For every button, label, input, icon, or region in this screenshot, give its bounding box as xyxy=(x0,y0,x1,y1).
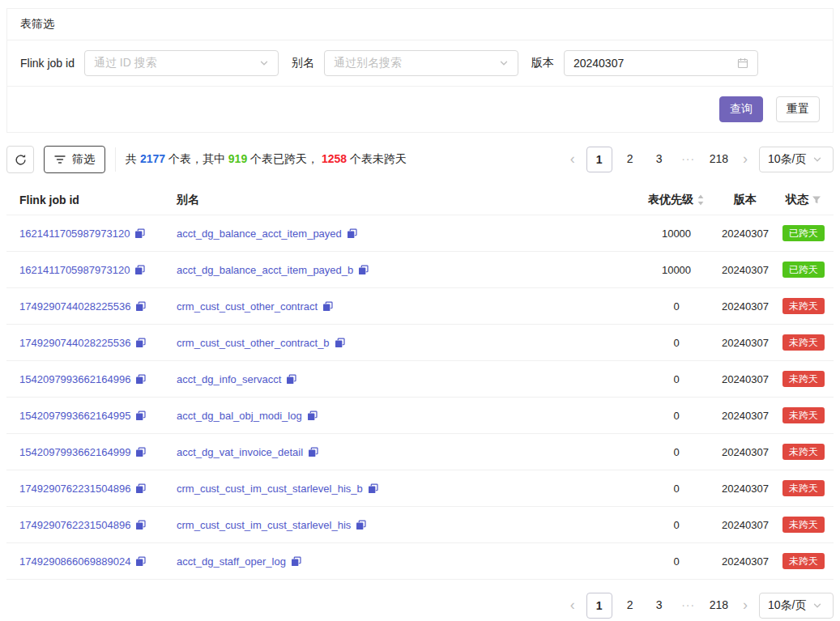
copy-icon[interactable] xyxy=(135,556,146,567)
alias-link[interactable]: crm_cust_cust_other_contract xyxy=(177,300,318,313)
page-button-3[interactable]: 3 xyxy=(648,147,671,172)
status-cell: 未跨天 xyxy=(774,444,834,460)
copy-icon[interactable] xyxy=(286,374,296,385)
alias-link[interactable]: crm_cust_cust_other_contract_b xyxy=(177,337,330,349)
status-badge: 已跨天 xyxy=(782,225,825,241)
copy-icon[interactable] xyxy=(135,374,146,385)
filter-funnel-icon[interactable] xyxy=(812,195,821,205)
copy-icon[interactable] xyxy=(347,228,357,239)
page-ellipsis: ··· xyxy=(677,593,700,619)
priority-value: 0 xyxy=(636,446,717,458)
copy-icon[interactable] xyxy=(308,447,318,457)
alias-select[interactable]: 通过别名搜索 xyxy=(324,50,518,76)
flink-job-id-link[interactable]: 1749290744028225536 xyxy=(19,300,130,313)
status-cell: 未跨天 xyxy=(774,517,834,533)
page-size-select[interactable]: 10条/页 xyxy=(759,147,834,172)
filter-button[interactable]: 筛选 xyxy=(44,146,105,173)
table-row: 1542097993662164996 acct_dg_info_servacc… xyxy=(6,361,834,398)
column-header-status[interactable]: 状态 xyxy=(774,193,834,207)
flink-job-id-link[interactable]: 1542097993662164995 xyxy=(19,410,130,422)
flink-job-id-link[interactable]: 1621411705987973120 xyxy=(19,228,130,240)
copy-icon[interactable] xyxy=(356,520,366,530)
flink-job-id-link[interactable]: 1749290762231504896 xyxy=(19,519,130,531)
status-badge: 未跨天 xyxy=(782,553,825,569)
alias-link[interactable]: acct_dg_balance_acct_item_payed xyxy=(177,228,342,240)
version-value: 20240307 xyxy=(574,57,737,70)
job-id-select[interactable]: 通过 ID 搜索 xyxy=(84,50,279,76)
chevron-down-icon xyxy=(259,58,269,68)
copy-icon[interactable] xyxy=(135,301,146,312)
page-button-2[interactable]: 2 xyxy=(619,147,642,172)
copy-icon[interactable] xyxy=(135,520,146,530)
version-value: 20240307 xyxy=(717,228,774,240)
copy-icon[interactable] xyxy=(291,556,301,567)
flink-job-id-link[interactable]: 1621411705987973120 xyxy=(19,264,130,276)
flink-job-id-link[interactable]: 1542097993662164999 xyxy=(19,446,130,458)
page-button-last[interactable]: 218 xyxy=(706,593,731,619)
flink-job-id-link[interactable]: 1749290866069889024 xyxy=(19,555,130,568)
alias-cell: acct_dg_balance_acct_item_payed_b xyxy=(177,264,636,276)
version-value: 20240307 xyxy=(717,300,774,313)
id-cell: 1749290744028225536 xyxy=(6,337,177,349)
version-value: 20240307 xyxy=(717,555,774,568)
status-badge: 未跨天 xyxy=(782,371,825,387)
alias-link[interactable]: crm_cust_cust_im_cust_starlevel_his xyxy=(177,519,351,531)
alias-cell: acct_dg_info_servacct xyxy=(177,373,636,385)
copy-icon[interactable] xyxy=(358,265,369,275)
copy-icon[interactable] xyxy=(134,228,145,239)
table-row: 1542097993662164999 acct_dg_vat_invoice_… xyxy=(6,434,834,470)
id-cell: 1542097993662164995 xyxy=(6,410,177,422)
page-button-1[interactable]: 1 xyxy=(586,147,612,172)
prev-page-button[interactable]: ‹ xyxy=(565,147,580,172)
page-button-last[interactable]: 218 xyxy=(706,147,731,172)
flink-job-id-link[interactable]: 1749290762231504896 xyxy=(19,483,130,495)
page-button-3[interactable]: 3 xyxy=(648,593,671,619)
table-row: 1749290762231504896 crm_cust_cust_im_cus… xyxy=(6,470,834,507)
alias-link[interactable]: acct_dg_balance_acct_item_payed_b xyxy=(177,264,353,276)
page-button-1[interactable]: 1 xyxy=(586,593,612,619)
page-size-select[interactable]: 10条/页 xyxy=(759,593,834,619)
version-field: 版本 20240307 xyxy=(531,50,758,76)
alias-link[interactable]: acct_dg_vat_invoice_detail xyxy=(177,446,303,458)
alias-link[interactable]: acct_dg_staff_oper_log xyxy=(177,555,286,568)
status-cell: 未跨天 xyxy=(774,407,834,423)
copy-icon[interactable] xyxy=(135,447,146,457)
table-row: 1542097993662164995 acct_dg_bal_obj_modi… xyxy=(6,398,834,434)
copy-icon[interactable] xyxy=(307,410,318,421)
alias-label: 别名 xyxy=(292,56,314,70)
id-cell: 1542097993662164999 xyxy=(6,446,177,458)
chevron-down-icon xyxy=(499,58,509,68)
status-cell: 已跨天 xyxy=(774,262,834,278)
version-value: 20240307 xyxy=(717,264,774,276)
version-value: 20240307 xyxy=(717,410,774,422)
copy-icon[interactable] xyxy=(135,338,146,348)
alias-link[interactable]: acct_dg_bal_obj_modi_log xyxy=(177,410,302,422)
alias-link[interactable]: acct_dg_info_servacct xyxy=(177,373,281,385)
query-button[interactable]: 查询 xyxy=(719,96,763,122)
alias-cell: acct_dg_staff_oper_log xyxy=(177,555,636,568)
prev-page-button[interactable]: ‹ xyxy=(565,593,580,619)
id-cell: 1542097993662164996 xyxy=(6,373,177,385)
filter-button-label: 筛选 xyxy=(72,152,95,167)
column-header-priority[interactable]: 表优先级 xyxy=(636,193,717,207)
copy-icon[interactable] xyxy=(134,265,145,275)
page-button-2[interactable]: 2 xyxy=(619,593,642,619)
status-badge: 未跨天 xyxy=(782,407,825,423)
next-page-button[interactable]: › xyxy=(738,593,753,619)
copy-icon[interactable] xyxy=(368,483,378,494)
copy-icon[interactable] xyxy=(135,410,146,421)
next-page-button[interactable]: › xyxy=(738,147,753,172)
flink-job-id-link[interactable]: 1542097993662164996 xyxy=(19,373,130,385)
copy-icon[interactable] xyxy=(322,301,333,312)
alias-link[interactable]: crm_cust_cust_im_cust_starlevel_his_b xyxy=(177,483,363,495)
copy-icon[interactable] xyxy=(335,338,345,348)
copy-icon[interactable] xyxy=(135,483,146,494)
priority-header-label: 表优先级 xyxy=(648,193,693,207)
refresh-button[interactable] xyxy=(6,146,34,173)
status-badge: 未跨天 xyxy=(782,517,825,533)
reset-button[interactable]: 重置 xyxy=(776,96,820,122)
flink-job-id-link[interactable]: 1749290744028225536 xyxy=(19,337,130,349)
filter-actions: 查询 重置 xyxy=(7,87,833,132)
version-date-input[interactable]: 20240307 xyxy=(564,50,758,76)
sort-icon[interactable] xyxy=(697,194,705,206)
